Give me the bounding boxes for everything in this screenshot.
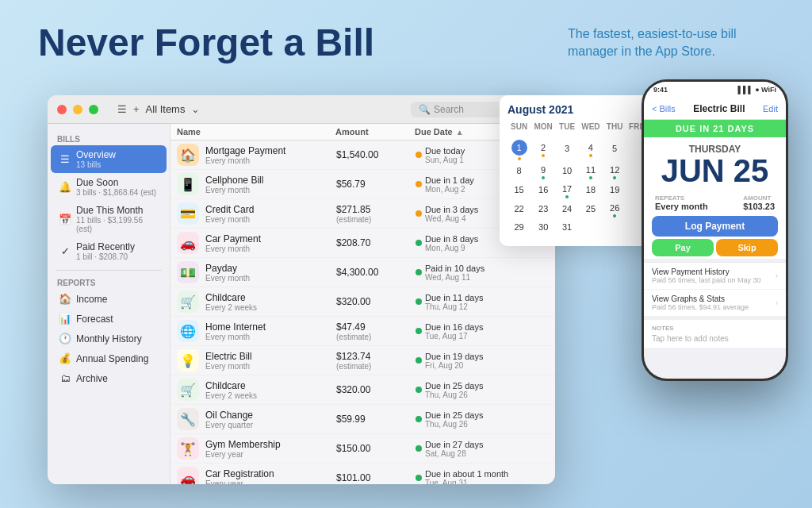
- table-row[interactable]: 🛒 Childcare Every 2 weeks $320.00 Due in…: [170, 287, 555, 317]
- cal-day-cell: [603, 220, 626, 238]
- table-row[interactable]: 💵 Payday Every month $4,300.00 Paid in 1…: [170, 258, 555, 287]
- due-text-6: Due in 16 days: [425, 322, 483, 332]
- sidebar-item-annual-spending[interactable]: 💰 Annual Spending: [51, 348, 167, 368]
- chevron-icon: ⌄: [191, 103, 200, 115]
- cal-day-cell[interactable]: 30: [530, 220, 556, 238]
- cal-day-number: 5: [612, 144, 617, 153]
- phone-notes-input[interactable]: Tap here to add notes: [652, 334, 778, 343]
- cal-day-cell[interactable]: 4: [578, 137, 603, 163]
- bill-name-wrap-7: Electric Bill Every month: [205, 351, 336, 371]
- bill-name-9: Oil Change: [205, 410, 336, 421]
- bill-name-wrap-1: Cellphone Bill Every month: [205, 175, 336, 194]
- sidebar-item-due-this-month[interactable]: 📅 Due This Month 11 bills · $3,199.56 (e…: [51, 201, 167, 237]
- list-view-icon[interactable]: ☰: [117, 103, 127, 115]
- cal-day-cell[interactable]: 23: [530, 201, 556, 220]
- due-badge-0: Due today Sun, Aug 1: [416, 146, 465, 164]
- bill-amount-11: $101.00: [336, 472, 416, 483]
- cal-day-cell[interactable]: 24: [556, 201, 578, 220]
- phone-back-button[interactable]: < Bills: [652, 104, 676, 114]
- cal-day-cell[interactable]: 8: [508, 163, 530, 182]
- sidebar-item-due-soon[interactable]: 🔔 Due Soon 3 bills · $1,868.64 (est): [51, 173, 167, 201]
- paid-recently-label: Paid Recently: [76, 241, 135, 252]
- sidebar-item-forecast[interactable]: 📊 Forecast: [51, 309, 167, 329]
- sidebar-item-monthly-history[interactable]: 🕐 Monthly History: [51, 329, 167, 348]
- phone-edit-button[interactable]: Edit: [763, 104, 778, 114]
- cal-day-cell[interactable]: 26: [603, 201, 626, 220]
- cal-day-header: WED: [578, 121, 603, 133]
- add-button[interactable]: +: [133, 103, 140, 115]
- cal-day-number: 12: [610, 165, 619, 175]
- sidebar-item-archive[interactable]: 🗂 Archive: [51, 368, 167, 388]
- cal-day-cell[interactable]: 19: [603, 182, 626, 201]
- cal-day-cell[interactable]: 29: [508, 220, 530, 238]
- sidebar-item-paid-recently[interactable]: ✓ Paid Recently 1 bill · $208.70: [51, 237, 167, 265]
- bill-amount-9: $59.99: [336, 414, 416, 425]
- cal-day-cell[interactable]: 16: [530, 182, 556, 201]
- cal-day-header: MON: [530, 121, 556, 133]
- phone-pay-button[interactable]: Pay: [652, 239, 714, 256]
- due-sub-2: Wed, Aug 4: [425, 214, 478, 223]
- table-row[interactable]: 🚗 Car Payment Every month $208.70 Due in…: [170, 229, 555, 258]
- phone-graphs-stats-link[interactable]: View Graphs & Stats Paid 56 times, $94.9…: [644, 290, 786, 317]
- overview-icon: ☰: [59, 153, 71, 165]
- cal-day-cell[interactable]: 11: [578, 163, 603, 182]
- bill-name-wrap-2: Credit Card Every month: [205, 204, 336, 224]
- bill-freq-6: Every month: [205, 333, 336, 341]
- bill-icon-7: 💡: [177, 349, 199, 371]
- hero-section: Never Forget a Bill The fastest, easiest…: [38, 22, 774, 64]
- phone-payment-history-link[interactable]: View Payment History Paid 56 times, last…: [644, 263, 786, 290]
- due-dot-2: [416, 210, 422, 217]
- cal-day-cell[interactable]: 10: [556, 163, 578, 182]
- cal-day-cell[interactable]: 15: [508, 182, 530, 201]
- phone-due-banner: DUE IN 21 DAYS: [644, 120, 786, 137]
- forecast-icon: 📊: [59, 313, 71, 325]
- cal-day-cell[interactable]: 1: [508, 137, 530, 163]
- table-row[interactable]: 🏠 Mortgage Payment Every month $1,540.00…: [170, 140, 555, 170]
- cal-day-cell[interactable]: 31: [556, 220, 578, 238]
- table-row[interactable]: 💳 Credit Card Every month $271.85 (estim…: [170, 199, 555, 229]
- cal-day-header: SUN: [508, 121, 530, 133]
- cal-day-number: 22: [515, 204, 524, 214]
- phone-mockup: 9:41 ▌▌▌ ● WiFi < Bills Electric Bill Ed…: [642, 79, 788, 381]
- sidebar-item-overview[interactable]: ☰ Overview 13 bills: [51, 145, 167, 173]
- close-dot[interactable]: [57, 105, 67, 114]
- archive-icon: 🗂: [59, 372, 71, 384]
- due-text-10: Due in 27 days: [425, 440, 483, 449]
- phone-skip-button[interactable]: Skip: [716, 239, 778, 256]
- table-row[interactable]: 🌐 Home Internet Every month $47.49 (esti…: [170, 317, 555, 346]
- cal-day-cell[interactable]: 3: [556, 137, 578, 163]
- overview-text: Overview 13 bills: [76, 149, 116, 169]
- cal-day-cell[interactable]: 2: [530, 137, 556, 163]
- bills-section-label: Bills: [48, 132, 170, 145]
- table-row[interactable]: 🛒 Childcare Every 2 weeks $320.00 Due in…: [170, 375, 555, 405]
- cal-day-cell[interactable]: 25: [578, 201, 603, 220]
- phone-repeats-section: REPEATS Every month: [655, 194, 708, 211]
- bill-name-11: Car Registration: [205, 468, 336, 479]
- search-icon: 🔍: [419, 104, 431, 115]
- due-sub-9: Thu, Aug 26: [425, 420, 483, 429]
- bill-amount-10: $150.00: [336, 443, 416, 454]
- sidebar-item-income[interactable]: 🏠 Income: [51, 289, 167, 309]
- maximize-dot[interactable]: [89, 105, 98, 114]
- cal-day-cell[interactable]: 5: [603, 137, 626, 163]
- table-row[interactable]: 🏋 Gym Membership Every year $150.00 Due …: [170, 434, 555, 464]
- cal-day-cell[interactable]: 18: [578, 182, 603, 201]
- cal-day-cell: [578, 220, 603, 238]
- cal-day-cell[interactable]: 12: [603, 163, 626, 182]
- phone-log-payment-button[interactable]: Log Payment: [652, 216, 778, 237]
- all-items-label[interactable]: All Items: [146, 103, 186, 115]
- income-label: Income: [76, 294, 107, 305]
- due-dot-8: [416, 387, 422, 393]
- minimize-dot[interactable]: [73, 105, 82, 114]
- due-sub-11: Tue, Aug 31: [425, 479, 508, 485]
- table-row[interactable]: 🚗 Car Registration Every year $101.00 Du…: [170, 464, 555, 484]
- cal-day-cell[interactable]: 22: [508, 201, 530, 220]
- table-row[interactable]: 📱 Cellphone Bill Every month $56.79 Due …: [170, 170, 555, 199]
- header-amount: Amount: [335, 127, 415, 137]
- cal-day-cell[interactable]: 17: [556, 182, 578, 201]
- due-soon-text: Due Soon 3 bills · $1,868.64 (est): [76, 177, 156, 197]
- table-row[interactable]: 💡 Electric Bill Every month $123.74 (est…: [170, 346, 555, 375]
- table-row[interactable]: 🔧 Oil Change Every quarter $59.99 Due in…: [170, 405, 555, 434]
- cal-day-cell[interactable]: 9: [530, 163, 556, 182]
- due-month-count: 11 bills · $3,199.56 (est): [76, 216, 159, 233]
